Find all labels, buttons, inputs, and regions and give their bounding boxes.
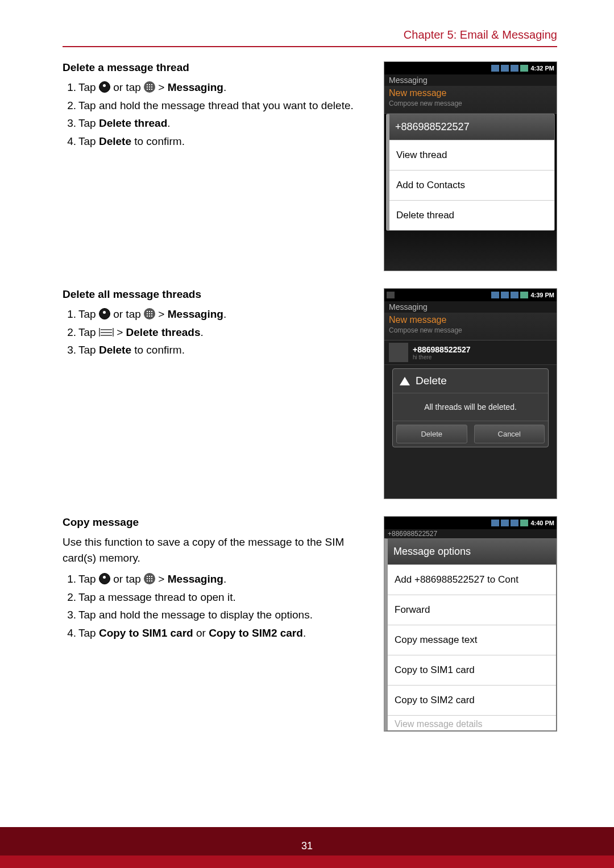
txt: Tap — [78, 344, 99, 356]
warning-icon — [400, 377, 410, 385]
txt: > — [155, 308, 168, 320]
status-time: 4:39 PM — [530, 292, 554, 298]
home-icon — [99, 573, 110, 584]
menu-icon — [99, 329, 114, 337]
txt: or — [193, 627, 209, 639]
txt: Tap — [78, 135, 99, 147]
txt: . — [201, 326, 204, 338]
txt-bold: Delete — [99, 344, 131, 356]
txt: > — [114, 326, 126, 338]
screenshot-delete-thread: 4:32 PM Messaging New message Compose ne… — [384, 61, 557, 271]
new-message-title: New message — [389, 315, 552, 325]
sec2-step2: Tap > Delete threads. — [78, 325, 367, 340]
txt-bold: Messaging — [168, 308, 223, 320]
status-time: 4:32 PM — [530, 65, 554, 72]
sec2-heading: Delete all message threads — [63, 288, 367, 301]
delete-button[interactable]: Delete — [396, 425, 467, 443]
sec3-step2: Tap a message thread to open it. — [78, 589, 367, 605]
dialog-message: All threads will be deleted. — [393, 393, 548, 421]
sec1-heading: Delete a message thread — [63, 61, 367, 74]
sec3-step4: Tap Copy to SIM1 card or Copy to SIM2 ca… — [78, 625, 367, 641]
context-menu-header: +886988522527 — [389, 114, 554, 140]
sec3-step1: Tap or tap > Messaging. — [78, 571, 367, 587]
txt: to confirm. — [131, 344, 185, 356]
menu-view-details[interactable]: View message details — [388, 715, 556, 730]
sec3-heading: Copy message — [63, 516, 367, 529]
menu-delete-thread[interactable]: Delete thread — [389, 200, 554, 230]
new-message-sub: Compose new message — [389, 326, 552, 334]
txt: . — [167, 117, 170, 129]
message-options-menu: Message options Add +886988522527 to Con… — [384, 538, 557, 731]
screenshot-delete-all: 4:39 PM Messaging New message Compose ne… — [384, 288, 557, 499]
sec1-step1: Tap or tap > Messaging. — [78, 80, 367, 95]
txt-bold: Copy to SIM2 card — [209, 627, 303, 639]
sec1-step4: Tap Delete to confirm. — [78, 134, 367, 149]
txt-bold: Messaging — [168, 573, 223, 585]
home-icon — [99, 81, 110, 93]
txt: Tap — [78, 81, 99, 93]
txt: Tap — [78, 573, 99, 585]
txt: > — [155, 573, 168, 585]
menu-copy-sim1[interactable]: Copy to SIM1 card — [388, 655, 556, 685]
apps-icon — [144, 308, 155, 319]
screenshot-copy-message: 4:40 PM +886988522527 Message options Ad… — [384, 516, 557, 732]
status-time: 4:40 PM — [530, 520, 554, 526]
thread-preview: hi there — [413, 354, 471, 360]
cancel-button[interactable]: Cancel — [474, 425, 545, 443]
menu-add-contacts[interactable]: Add to Contacts — [389, 170, 554, 200]
txt: or tap — [110, 81, 144, 93]
txt: or tap — [110, 308, 144, 320]
new-message-row[interactable]: New message Compose new message — [384, 86, 557, 114]
dialog-title: Delete — [416, 375, 447, 387]
sec1-step2: Tap and hold the message thread that you… — [78, 98, 367, 114]
sec2-step1: Tap or tap > Messaging. — [78, 306, 367, 322]
txt: . — [303, 627, 306, 639]
thread-number: +886988522527 — [413, 345, 471, 354]
statusbar: 4:39 PM — [384, 289, 557, 301]
txt: Tap — [78, 117, 99, 129]
new-message-row[interactable]: New message Compose new message — [384, 313, 557, 340]
chapter-header: Chapter 5: Email & Messaging — [63, 28, 557, 47]
txt-bold: Delete — [99, 135, 131, 147]
txt: Tap — [78, 326, 99, 338]
page-footer: 31 — [0, 827, 614, 868]
txt-bold: Messaging — [168, 81, 223, 93]
txt-bold: Delete threads — [126, 326, 201, 338]
context-menu: +886988522527 View thread Add to Contact… — [386, 114, 555, 231]
thread-row[interactable]: +886988522527 hi there — [384, 340, 557, 365]
delete-dialog: Delete All threads will be deleted. Dele… — [392, 368, 549, 447]
statusbar: 4:40 PM — [384, 517, 557, 529]
apps-icon — [144, 573, 155, 584]
txt: > — [155, 81, 168, 93]
new-message-title: New message — [389, 88, 552, 98]
menu-view-thread[interactable]: View thread — [389, 140, 554, 170]
sec3-step3: Tap and hold the message to display the … — [78, 607, 367, 623]
txt: to confirm. — [131, 135, 185, 147]
txt: . — [223, 573, 226, 585]
menu-forward[interactable]: Forward — [388, 595, 556, 625]
sec3-intro: Use this function to save a copy of the … — [63, 534, 367, 566]
txt-bold: Delete thread — [99, 117, 167, 129]
menu-add-to-contacts[interactable]: Add +886988522527 to Cont — [388, 564, 556, 595]
menu-header: Message options — [388, 539, 556, 564]
avatar-icon — [389, 343, 408, 362]
page-number: 31 — [0, 840, 614, 852]
txt: Tap — [78, 627, 99, 639]
conversation-header: +886988522527 — [384, 529, 557, 538]
app-header: Messaging — [384, 74, 557, 86]
txt: . — [223, 308, 226, 320]
txt: or tap — [110, 573, 144, 585]
statusbar: 4:32 PM — [384, 62, 557, 74]
sec1-step3: Tap Delete thread. — [78, 115, 367, 131]
txt: Tap — [78, 308, 99, 320]
txt-bold: Copy to SIM1 card — [99, 627, 193, 639]
menu-copy-text[interactable]: Copy message text — [388, 625, 556, 655]
txt: . — [223, 81, 226, 93]
sec2-step3: Tap Delete to confirm. — [78, 342, 367, 358]
new-message-sub: Compose new message — [389, 99, 552, 107]
apps-icon — [144, 81, 155, 93]
home-icon — [99, 308, 110, 319]
app-header: Messaging — [384, 301, 557, 313]
menu-copy-sim2[interactable]: Copy to SIM2 card — [388, 685, 556, 715]
